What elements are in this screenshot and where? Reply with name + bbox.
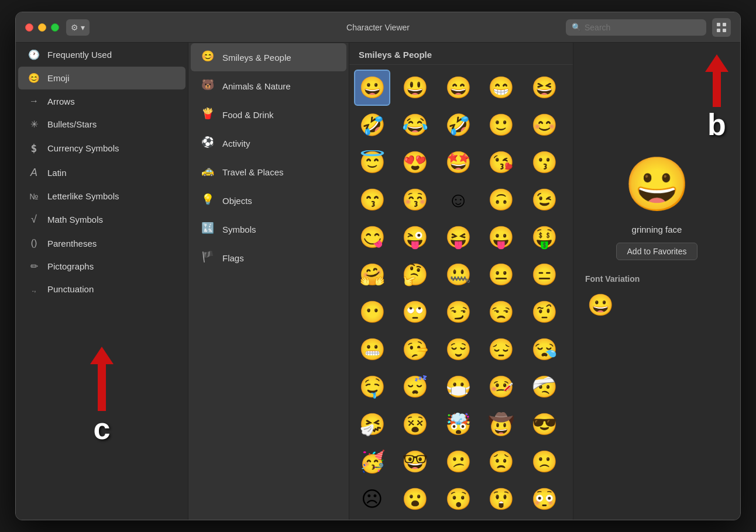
grid-icon-button[interactable] bbox=[712, 18, 731, 37]
sidebar-label-math: Math Symbols bbox=[47, 215, 103, 224]
middle-item-objects[interactable]: 💡 Objects bbox=[191, 186, 346, 215]
emoji-cell[interactable]: 😦 bbox=[397, 519, 434, 520]
gear-button[interactable]: ⚙ ▾ bbox=[66, 19, 90, 36]
emoji-cell[interactable]: 😲 bbox=[483, 481, 520, 517]
middle-item-activity[interactable]: ⚽ Activity bbox=[191, 129, 346, 157]
emoji-cell[interactable]: 😙 bbox=[354, 182, 390, 218]
emoji-cell[interactable]: 🤣 bbox=[354, 107, 390, 143]
emoji-cell[interactable]: 🙄 bbox=[397, 294, 434, 330]
emoji-cell[interactable]: 🤧 bbox=[354, 406, 390, 443]
middle-item-food-drink[interactable]: 🍟 Food & Drink bbox=[191, 101, 346, 129]
emoji-cell[interactable]: 🤯 bbox=[440, 406, 476, 443]
emoji-cell[interactable]: 😧 bbox=[440, 519, 476, 520]
add-to-favorites-button[interactable]: Add to Favorites bbox=[616, 243, 698, 260]
sidebar-item-emoji[interactable]: 😊 Emoji bbox=[18, 67, 185, 89]
emoji-cell[interactable]: 😐 bbox=[483, 257, 520, 293]
emoji-cell[interactable]: 🤓 bbox=[397, 444, 434, 480]
sidebar-item-arrows[interactable]: → Arrows bbox=[18, 90, 185, 112]
sidebar-label-letterlike: Letterlike Symbols bbox=[47, 191, 119, 201]
sidebar-item-pictographs[interactable]: ✏ Pictographs bbox=[18, 255, 185, 278]
punctuation-icon: ., bbox=[28, 285, 40, 293]
middle-label-symbols: Symbols bbox=[222, 224, 256, 234]
emoji-cell[interactable]: 🤐 bbox=[440, 257, 476, 293]
emoji-cell[interactable]: 😴 bbox=[397, 369, 434, 405]
sidebar-item-currency-symbols[interactable]: $ Currency Symbols bbox=[18, 136, 185, 160]
emoji-cell[interactable]: 🤕 bbox=[526, 369, 562, 405]
emoji-cell[interactable]: ☹ bbox=[354, 481, 390, 517]
emoji-cell[interactable]: 😄 bbox=[440, 70, 476, 106]
emoji-cell[interactable]: 😉 bbox=[526, 182, 562, 218]
emoji-cell[interactable]: 😏 bbox=[440, 294, 476, 330]
emoji-cell[interactable]: 🤠 bbox=[483, 406, 520, 443]
emoji-cell[interactable]: 😶 bbox=[354, 294, 390, 330]
emoji-cell[interactable]: 😚 bbox=[397, 182, 434, 218]
emoji-cell[interactable]: 😒 bbox=[483, 294, 520, 330]
sidebar-item-math-symbols[interactable]: √ Math Symbols bbox=[18, 208, 185, 232]
minimize-button[interactable] bbox=[38, 23, 46, 32]
emoji-cell[interactable]: 🤥 bbox=[397, 331, 434, 368]
emoji-cell[interactable]: 😌 bbox=[440, 331, 476, 368]
middle-item-flags[interactable]: 🏴 Flags bbox=[191, 244, 346, 272]
emoji-cell[interactable]: 😀 bbox=[354, 70, 390, 106]
emoji-cell[interactable]: 😇 bbox=[354, 144, 390, 181]
middle-item-smileys-people[interactable]: 😊 Smileys & People bbox=[191, 43, 346, 71]
sidebar-item-parentheses[interactable]: () Parentheses bbox=[18, 232, 185, 254]
emoji-cell[interactable]: 😵 bbox=[397, 406, 434, 443]
emoji-cell[interactable]: 😎 bbox=[526, 406, 562, 443]
emoji-cell[interactable]: 🤒 bbox=[483, 369, 520, 405]
font-variation-item[interactable]: 😀 bbox=[585, 291, 616, 320]
middle-item-symbols[interactable]: 🔣 Symbols bbox=[191, 215, 346, 243]
emoji-cell[interactable]: 😯 bbox=[440, 481, 476, 517]
emoji-cell[interactable]: 😝 bbox=[440, 219, 476, 255]
emoji-cell[interactable]: 😗 bbox=[526, 144, 562, 181]
title-bar-right: 🔍 bbox=[566, 18, 731, 37]
travel-icon: 🚕 bbox=[200, 164, 215, 179]
emoji-cell[interactable]: 😃 bbox=[397, 70, 434, 106]
emoji-cell[interactable]: 😪 bbox=[526, 331, 562, 368]
emoji-cell[interactable]: 🤩 bbox=[440, 144, 476, 181]
emoji-cell[interactable]: 😕 bbox=[440, 444, 476, 480]
middle-item-travel-places[interactable]: 🚕 Travel & Places bbox=[191, 158, 346, 186]
emoji-cell[interactable]: 😑 bbox=[526, 257, 562, 293]
emoji-cell[interactable]: 😊 bbox=[526, 107, 562, 143]
emoji-cell[interactable]: 🙂 bbox=[483, 107, 520, 143]
emoji-cell[interactable]: 😨 bbox=[483, 519, 520, 520]
emoji-cell[interactable]: 😬 bbox=[354, 331, 390, 368]
emoji-cell[interactable]: ☺ bbox=[440, 182, 476, 218]
emoji-cell[interactable]: 🤨 bbox=[526, 294, 562, 330]
emoji-cell[interactable]: 🙃 bbox=[483, 182, 520, 218]
emoji-cell[interactable]: 😔 bbox=[483, 331, 520, 368]
emoji-cell[interactable]: 😘 bbox=[483, 144, 520, 181]
emoji-cell[interactable]: 🤑 bbox=[526, 219, 562, 255]
emoji-cell[interactable]: 😜 bbox=[397, 219, 434, 255]
emoji-cell[interactable]: 🥳 bbox=[354, 444, 390, 480]
search-box[interactable]: 🔍 bbox=[566, 19, 706, 36]
middle-item-animals-nature[interactable]: 🐻 Animals & Nature bbox=[191, 72, 346, 100]
sidebar-item-punctuation[interactable]: ., Punctuation bbox=[18, 278, 185, 300]
emoji-cell[interactable]: 🤔 bbox=[397, 257, 434, 293]
smileys-icon: 😊 bbox=[200, 50, 215, 65]
emoji-cell[interactable]: 😮 bbox=[397, 481, 434, 517]
emoji-cell[interactable]: 😟 bbox=[483, 444, 520, 480]
close-button[interactable] bbox=[25, 23, 33, 32]
emoji-cell[interactable]: 😳 bbox=[526, 481, 562, 517]
sidebar-item-letterlike-symbols[interactable]: № Letterlike Symbols bbox=[18, 185, 185, 207]
emoji-cell[interactable]: 😰 bbox=[526, 519, 562, 520]
emoji-cell[interactable]: 😛 bbox=[483, 219, 520, 255]
emoji-cell[interactable]: 😂 bbox=[397, 107, 434, 143]
emoji-cell[interactable]: 🤗 bbox=[354, 257, 390, 293]
emoji-cell[interactable]: 😍 bbox=[397, 144, 434, 181]
sidebar-item-bullets-stars[interactable]: ✳ Bullets/Stars bbox=[18, 113, 185, 136]
emoji-cell[interactable]: 😋 bbox=[354, 219, 390, 255]
emoji-cell[interactable]: 🤤 bbox=[354, 369, 390, 405]
emoji-cell[interactable]: 🤣 bbox=[440, 107, 476, 143]
search-input[interactable] bbox=[585, 23, 700, 32]
emoji-cell[interactable]: 🙁 bbox=[526, 444, 562, 480]
sidebar-item-latin[interactable]: A Latin bbox=[18, 161, 185, 185]
maximize-button[interactable] bbox=[51, 23, 59, 32]
emoji-cell[interactable]: 🥺 bbox=[354, 519, 390, 520]
emoji-cell[interactable]: 😷 bbox=[440, 369, 476, 405]
sidebar-item-frequently-used[interactable]: 🕐 Frequently Used bbox=[18, 43, 185, 66]
emoji-cell[interactable]: 😆 bbox=[526, 70, 562, 106]
emoji-cell[interactable]: 😁 bbox=[483, 70, 520, 106]
